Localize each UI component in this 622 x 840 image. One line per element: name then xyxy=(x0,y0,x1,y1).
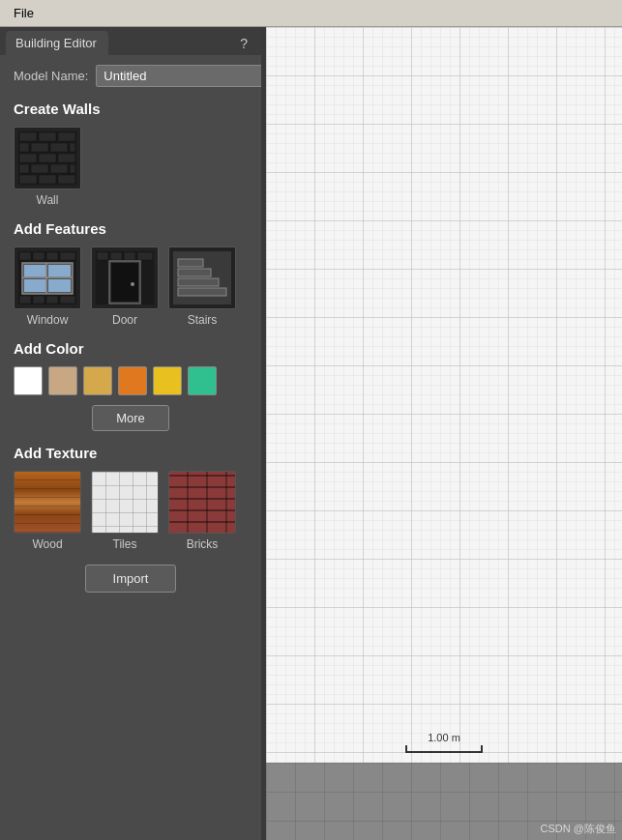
window-icon xyxy=(18,251,76,304)
tab-bar: Building Editor ? xyxy=(0,27,261,55)
svg-rect-27 xyxy=(48,279,71,292)
svg-rect-12 xyxy=(31,164,48,173)
svg-rect-36 xyxy=(110,252,122,260)
svg-rect-7 xyxy=(70,143,75,152)
floor-area xyxy=(266,763,622,840)
window-item[interactable]: Window xyxy=(14,246,81,327)
svg-rect-21 xyxy=(46,252,58,260)
svg-rect-6 xyxy=(50,143,68,152)
svg-rect-2 xyxy=(39,132,56,141)
svg-rect-22 xyxy=(60,252,75,260)
window-thumb xyxy=(14,246,81,309)
svg-rect-11 xyxy=(19,164,29,173)
color-orange[interactable] xyxy=(118,366,147,395)
tab-building-editor[interactable]: Building Editor xyxy=(6,31,108,55)
color-tan[interactable] xyxy=(83,366,112,395)
color-teal[interactable] xyxy=(188,366,217,395)
texture-grid: Wood Tiles Bricks xyxy=(14,471,248,551)
svg-rect-13 xyxy=(50,164,68,173)
svg-rect-9 xyxy=(39,154,56,162)
model-name-input[interactable] xyxy=(96,65,261,87)
features-grid: Window xyxy=(14,246,248,327)
create-walls-title: Create Walls xyxy=(14,101,248,117)
model-name-row: Model Name: xyxy=(14,65,248,87)
scale-line xyxy=(405,745,483,753)
door-item[interactable]: Door xyxy=(91,246,159,327)
door-label: Door xyxy=(112,313,137,327)
tiles-thumb xyxy=(91,471,159,534)
color-beige[interactable] xyxy=(48,366,77,395)
svg-rect-40 xyxy=(111,263,138,302)
door-thumb xyxy=(91,246,159,309)
add-texture-title: Add Texture xyxy=(14,445,248,461)
svg-rect-35 xyxy=(97,252,108,260)
walls-grid: Wall xyxy=(14,127,248,207)
door-icon xyxy=(96,251,154,304)
svg-point-41 xyxy=(131,282,134,286)
window-label: Window xyxy=(27,313,69,327)
svg-rect-10 xyxy=(58,154,75,162)
menu-bar: File xyxy=(0,0,622,27)
bricks-label: Bricks xyxy=(187,537,219,551)
tiles-item[interactable]: Tiles xyxy=(91,471,159,551)
color-yellow[interactable] xyxy=(153,366,182,395)
scale-bar: 1.00 m xyxy=(405,732,483,753)
svg-rect-43 xyxy=(178,288,226,296)
svg-rect-3 xyxy=(58,132,75,141)
svg-rect-8 xyxy=(19,154,37,162)
wall-item[interactable]: Wall xyxy=(14,127,81,207)
svg-rect-19 xyxy=(19,252,31,260)
svg-rect-33 xyxy=(60,296,75,304)
stairs-icon xyxy=(173,251,231,304)
scale-label: 1.00 m xyxy=(428,732,460,743)
viewport[interactable]: 1.00 m CSDN @陈俊鱼 xyxy=(266,27,622,840)
wall-thumb xyxy=(14,127,81,189)
svg-rect-16 xyxy=(39,175,56,184)
svg-rect-15 xyxy=(19,175,37,184)
add-features-title: Add Features xyxy=(14,220,248,237)
svg-rect-32 xyxy=(46,296,58,304)
svg-rect-1 xyxy=(19,132,37,141)
svg-rect-20 xyxy=(33,252,44,260)
svg-rect-4 xyxy=(19,143,29,152)
add-color-title: Add Color xyxy=(14,340,248,357)
svg-rect-14 xyxy=(70,164,75,173)
stairs-item[interactable]: Stairs xyxy=(168,246,236,327)
svg-rect-31 xyxy=(33,296,44,304)
stairs-thumb xyxy=(168,246,236,309)
stairs-label: Stairs xyxy=(188,313,218,327)
bricks-thumb xyxy=(168,471,236,534)
sidebar-content: Model Name: Create Walls xyxy=(0,55,261,840)
svg-rect-45 xyxy=(178,269,211,276)
svg-rect-24 xyxy=(24,265,46,277)
bricks-item[interactable]: Bricks xyxy=(168,471,236,551)
sidebar: Building Editor ? Model Name: Create Wal… xyxy=(0,27,261,840)
svg-rect-25 xyxy=(48,265,71,277)
svg-rect-26 xyxy=(24,279,46,292)
tab-help[interactable]: ? xyxy=(232,32,255,55)
grid-svg xyxy=(266,27,622,763)
svg-rect-44 xyxy=(178,278,219,286)
svg-rect-17 xyxy=(58,175,75,184)
wood-thumb xyxy=(14,471,81,534)
tiles-label: Tiles xyxy=(113,537,137,551)
svg-rect-46 xyxy=(178,259,203,267)
svg-rect-48 xyxy=(266,27,622,763)
wood-label: Wood xyxy=(32,537,62,551)
more-button[interactable]: More xyxy=(92,405,169,431)
wall-label: Wall xyxy=(37,193,59,207)
wall-icon xyxy=(18,131,76,185)
wood-item[interactable]: Wood xyxy=(14,471,81,551)
svg-rect-5 xyxy=(31,143,48,152)
model-name-label: Model Name: xyxy=(14,69,88,83)
svg-rect-30 xyxy=(19,296,31,304)
grid-area xyxy=(266,27,622,763)
main-area: Building Editor ? Model Name: Create Wal… xyxy=(0,27,622,840)
import-button[interactable]: Import xyxy=(85,565,177,593)
color-swatches xyxy=(14,366,248,395)
color-white[interactable] xyxy=(14,366,43,395)
file-menu[interactable]: File xyxy=(8,4,40,22)
svg-rect-38 xyxy=(137,252,153,260)
svg-rect-37 xyxy=(124,252,135,260)
